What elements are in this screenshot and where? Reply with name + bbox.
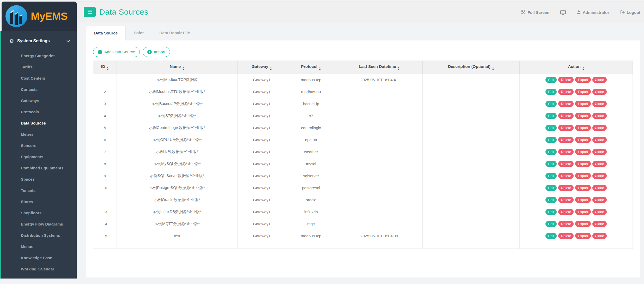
clone-button[interactable]: Clone	[592, 173, 607, 179]
sidebar-section-system-settings[interactable]: ⚙ System Settings	[1, 34, 77, 48]
edit-button[interactable]: Edit	[545, 221, 557, 227]
clone-button[interactable]: Clone	[592, 77, 607, 83]
clone-button[interactable]: Clone	[592, 221, 607, 227]
delete-button[interactable]: Delete	[558, 161, 574, 167]
export-button[interactable]: Export	[575, 197, 591, 203]
column-header-last-seen-datetime[interactable]: Last Seen Datetime	[336, 61, 423, 74]
delete-button[interactable]: Delete	[558, 197, 574, 203]
export-button[interactable]: Export	[575, 125, 591, 131]
sidebar-item-data-sources[interactable]: Data Sources	[1, 117, 77, 129]
clone-button[interactable]: Clone	[592, 149, 607, 155]
sort-icon	[107, 67, 109, 70]
import-button[interactable]: + Import	[143, 47, 170, 57]
export-button[interactable]: Export	[575, 221, 591, 227]
add-data-source-button[interactable]: + Add Data Source	[93, 47, 140, 57]
clone-button[interactable]: Clone	[592, 89, 607, 95]
export-button[interactable]: Export	[575, 173, 591, 179]
delete-button[interactable]: Delete	[558, 173, 574, 179]
sidebar-item-distribution-systems[interactable]: Distribution Systems	[1, 230, 77, 241]
delete-button[interactable]: Delete	[558, 113, 574, 119]
edit-button[interactable]: Edit	[545, 101, 557, 107]
delete-button[interactable]: Delete	[558, 221, 574, 227]
sidebar-item-energy-categories[interactable]: Energy Categories	[1, 50, 77, 61]
clone-button[interactable]: Clone	[592, 233, 607, 239]
edit-button[interactable]: Edit	[545, 113, 557, 119]
clone-button[interactable]: Clone	[592, 113, 607, 119]
delete-button[interactable]: Delete	[558, 125, 574, 131]
sidebar-item-spaces[interactable]: Spaces	[1, 174, 77, 185]
sidebar-item-contacts[interactable]: Contacts	[1, 84, 77, 95]
sidebar-item-tariffs[interactable]: Tariffs	[1, 61, 77, 73]
clone-button[interactable]: Clone	[592, 185, 607, 191]
edit-button[interactable]: Edit	[545, 233, 557, 239]
column-header-action[interactable]: Action	[520, 61, 633, 74]
delete-button[interactable]: Delete	[558, 185, 574, 191]
sidebar-item-equipments[interactable]: Equipments	[1, 151, 77, 162]
sidebar-menu: Energy CategoriesTariffsCost CentersCont…	[1, 50, 77, 275]
sidebar-item-tenants[interactable]: Tenants	[1, 185, 77, 196]
column-header-name[interactable]: Name	[117, 61, 238, 74]
clone-button[interactable]: Clone	[592, 161, 607, 167]
sidebar-toggle-button[interactable]	[84, 7, 96, 17]
export-button[interactable]: Export	[575, 233, 591, 239]
edit-button[interactable]: Edit	[545, 77, 557, 83]
tab-data-repair-file[interactable]: Data Repair File	[151, 26, 198, 40]
export-button[interactable]: Export	[575, 149, 591, 155]
edit-button[interactable]: Edit	[545, 161, 557, 167]
edit-button[interactable]: Edit	[545, 197, 557, 203]
export-button[interactable]: Export	[575, 77, 591, 83]
delete-button[interactable]: Delete	[558, 209, 574, 215]
tab-point[interactable]: Point	[126, 26, 151, 40]
export-button[interactable]: Export	[575, 89, 591, 95]
cell-description	[423, 110, 520, 122]
column-header-id[interactable]: ID	[93, 61, 117, 74]
tab-data-source[interactable]: Data Source	[86, 26, 126, 40]
clone-button[interactable]: Clone	[592, 125, 607, 131]
clone-button[interactable]: Clone	[592, 197, 607, 203]
sidebar-item-menus[interactable]: Menus	[1, 241, 77, 252]
footer-cell	[520, 242, 633, 249]
sidebar-item-cost-centers[interactable]: Cost Centers	[1, 73, 77, 84]
sidebar-item-stores[interactable]: Stores	[1, 196, 77, 207]
export-button[interactable]: Export	[575, 161, 591, 167]
clone-button[interactable]: Clone	[592, 101, 607, 107]
sidebar-item-meters[interactable]: Meters	[1, 129, 77, 140]
sidebar-item-protocols[interactable]: Protocols	[1, 106, 77, 117]
edit-button[interactable]: Edit	[545, 185, 557, 191]
full-screen-button[interactable]: Full Screen	[521, 10, 549, 15]
export-button[interactable]: Export	[575, 185, 591, 191]
clone-button[interactable]: Clone	[592, 137, 607, 143]
delete-button[interactable]: Delete	[558, 101, 574, 107]
sidebar-item-working-calendar[interactable]: Working Calendar	[1, 263, 77, 275]
clone-button[interactable]: Clone	[592, 209, 607, 215]
user-menu-button[interactable]: Administrator	[577, 10, 609, 15]
export-button[interactable]: Export	[575, 137, 591, 143]
delete-button[interactable]: Delete	[558, 233, 574, 239]
edit-button[interactable]: Edit	[545, 125, 557, 131]
delete-button[interactable]: Delete	[558, 77, 574, 83]
export-button[interactable]: Export	[575, 113, 591, 119]
edit-button[interactable]: Edit	[545, 173, 557, 179]
sidebar-item-shopfloors[interactable]: Shopfloors	[1, 207, 77, 218]
cell-description	[423, 146, 520, 158]
sidebar-item-gateways[interactable]: Gateways	[1, 95, 77, 106]
sidebar-item-sensors[interactable]: Sensors	[1, 140, 77, 151]
edit-button[interactable]: Edit	[545, 149, 557, 155]
delete-button[interactable]: Delete	[558, 89, 574, 95]
column-header-protocol[interactable]: Protocol	[286, 61, 336, 74]
export-button[interactable]: Export	[575, 209, 591, 215]
display-button[interactable]	[560, 10, 566, 15]
sidebar-item-knowledge-base[interactable]: Knowledge Base	[1, 252, 77, 263]
delete-button[interactable]: Delete	[558, 137, 574, 143]
column-header-gateway[interactable]: Gateway	[238, 61, 286, 74]
export-button[interactable]: Export	[575, 101, 591, 107]
edit-button[interactable]: Edit	[545, 89, 557, 95]
edit-button[interactable]: Edit	[545, 209, 557, 215]
delete-button[interactable]: Delete	[558, 149, 574, 155]
sidebar-item-combined-equipments[interactable]: Combined Equipments	[1, 162, 77, 174]
column-header-description-optional[interactable]: Description (Optional)	[423, 61, 520, 74]
edit-button[interactable]: Edit	[545, 137, 557, 143]
sidebar-item-energy-flow-diagrams[interactable]: Energy Flow Diagrams	[1, 218, 77, 230]
logout-button[interactable]: Logout	[620, 10, 640, 15]
app-logo[interactable]: MyEMS	[2, 2, 77, 31]
